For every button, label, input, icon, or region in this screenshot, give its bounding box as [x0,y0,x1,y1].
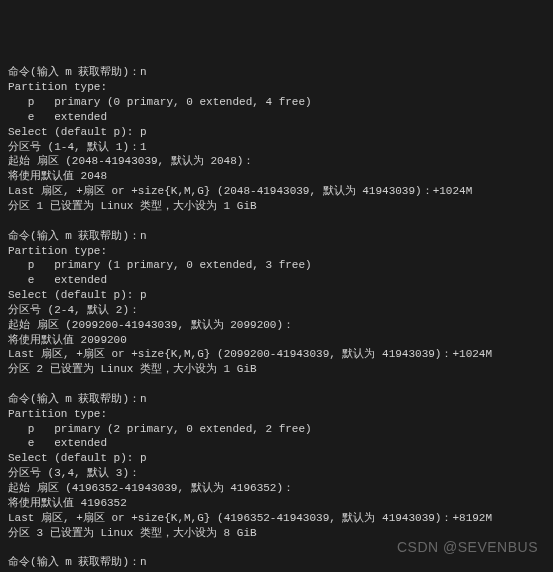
terminal-line: Select (default p): p [8,451,545,466]
terminal-line [8,214,545,229]
watermark: CSDN @SEVENBUS [397,538,538,557]
terminal-line: Last 扇区, +扇区 or +size{K,M,G} (2048-41943… [8,184,545,199]
terminal-line: 命令(输入 m 获取帮助)：n [8,555,545,570]
terminal-line: Select (default p): p [8,288,545,303]
terminal-line: 将使用默认值 4196352 [8,496,545,511]
terminal-line: 分区号 (1-4, 默认 1)：1 [8,140,545,155]
terminal-line: e extended [8,273,545,288]
terminal-line: 起始 扇区 (2048-41943039, 默认为 2048)： [8,154,545,169]
terminal-line: p primary (1 primary, 0 extended, 3 free… [8,258,545,273]
terminal-line: 分区号 (2-4, 默认 2)： [8,303,545,318]
terminal-line: Last 扇区, +扇区 or +size{K,M,G} (4196352-41… [8,511,545,526]
terminal-line: Partition type: [8,407,545,422]
terminal-line: p primary (2 primary, 0 extended, 2 free… [8,422,545,437]
terminal-line: Last 扇区, +扇区 or +size{K,M,G} (2099200-41… [8,347,545,362]
terminal-line [8,377,545,392]
terminal-line: e extended [8,110,545,125]
terminal-output[interactable]: 命令(输入 m 获取帮助)：nPartition type: p primary… [8,65,545,572]
terminal-line: Select (default p): p [8,125,545,140]
terminal-line: 命令(输入 m 获取帮助)：n [8,392,545,407]
terminal-line: 分区号 (3,4, 默认 3)： [8,466,545,481]
terminal-line: 命令(输入 m 获取帮助)：n [8,65,545,80]
terminal-line: Partition type: [8,244,545,259]
terminal-line: e extended [8,436,545,451]
terminal-line: 分区 1 已设置为 Linux 类型，大小设为 1 GiB [8,199,545,214]
terminal-line: Partition type: [8,80,545,95]
terminal-line: 将使用默认值 2048 [8,169,545,184]
terminal-line: 起始 扇区 (4196352-41943039, 默认为 4196352)： [8,481,545,496]
terminal-line: 分区 2 已设置为 Linux 类型，大小设为 1 GiB [8,362,545,377]
terminal-line: p primary (0 primary, 0 extended, 4 free… [8,95,545,110]
terminal-line: 将使用默认值 2099200 [8,333,545,348]
terminal-line: 起始 扇区 (2099200-41943039, 默认为 2099200)： [8,318,545,333]
terminal-line: 命令(输入 m 获取帮助)：n [8,229,545,244]
